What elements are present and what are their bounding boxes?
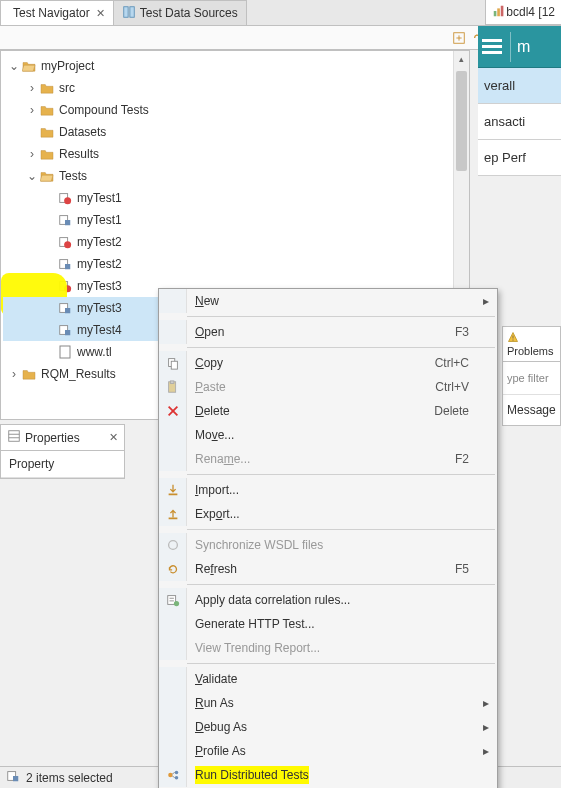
twisty-expanded-icon[interactable]: ⌄ bbox=[25, 169, 39, 183]
tree-item-label: www.tl bbox=[77, 345, 112, 359]
tree-item-label: RQM_Results bbox=[41, 367, 116, 381]
menu-open[interactable]: Open F3 bbox=[159, 320, 497, 344]
scroll-up-icon[interactable]: ▴ bbox=[454, 51, 469, 67]
submenu-arrow-icon: ▸ bbox=[475, 294, 489, 308]
close-icon[interactable]: ✕ bbox=[96, 7, 105, 20]
folder-icon bbox=[39, 80, 55, 96]
blank-icon bbox=[159, 667, 187, 691]
properties-icon bbox=[7, 429, 21, 446]
tab-label: Problems bbox=[507, 345, 553, 357]
submenu-arrow-icon: ▸ bbox=[475, 696, 489, 710]
menu-validate[interactable]: Validate bbox=[159, 667, 497, 691]
menu-run-as[interactable]: Run As ▸ bbox=[159, 691, 497, 715]
twisty-collapsed-icon[interactable]: › bbox=[7, 367, 21, 381]
status-text: 2 items selected bbox=[26, 771, 113, 785]
filter-text[interactable]: ype filter bbox=[503, 362, 560, 395]
scroll-thumb[interactable] bbox=[456, 71, 467, 171]
menu-generate-http[interactable]: Generate HTTP Test... bbox=[159, 612, 497, 636]
twisty-collapsed-icon[interactable]: › bbox=[25, 103, 39, 117]
menu-trending: View Trending Report... bbox=[159, 636, 497, 660]
tab-test-data-sources[interactable]: Test Data Sources bbox=[113, 0, 247, 25]
report-menu-bar[interactable]: m bbox=[478, 26, 561, 68]
menu-new[interactable]: New ▸ bbox=[159, 289, 497, 313]
menu-run-distributed[interactable]: Run Distributed Tests bbox=[159, 763, 497, 787]
tree-item-datasets[interactable]: › Datasets bbox=[3, 121, 467, 143]
blank-icon bbox=[159, 715, 187, 739]
test-suite-icon bbox=[57, 212, 73, 228]
blank-icon bbox=[159, 289, 187, 313]
menu-apply-rules[interactable]: Apply data correlation rules... bbox=[159, 588, 497, 612]
svg-rect-30 bbox=[65, 330, 70, 335]
shortcut: F5 bbox=[455, 562, 475, 576]
svg-point-49 bbox=[174, 776, 178, 780]
blank-icon bbox=[159, 447, 187, 471]
context-menu: New ▸ Open F3 Copy Ctrl+C Paste Ctrl+V D… bbox=[158, 288, 498, 788]
tree-item-test[interactable]: › myTest2 bbox=[3, 231, 467, 253]
svg-rect-5 bbox=[498, 8, 501, 16]
export-icon bbox=[159, 502, 187, 526]
menu-move[interactable]: Move... bbox=[159, 423, 497, 447]
refresh-icon bbox=[159, 557, 187, 581]
submenu-arrow-icon: ▸ bbox=[475, 720, 489, 734]
test-suite-icon bbox=[57, 322, 73, 338]
svg-rect-31 bbox=[60, 346, 70, 358]
blank-icon bbox=[159, 320, 187, 344]
test-recording-icon bbox=[57, 190, 73, 206]
report-tab-overall[interactable]: verall bbox=[478, 68, 561, 104]
menu-copy[interactable]: Copy Ctrl+C bbox=[159, 351, 497, 375]
menu-import[interactable]: Import... bbox=[159, 478, 497, 502]
blank-icon bbox=[159, 423, 187, 447]
tree-item-test[interactable]: › myTest1 bbox=[3, 187, 467, 209]
column-header[interactable]: Property bbox=[1, 451, 124, 478]
tab-label: bcdl4 [12 bbox=[506, 5, 555, 19]
svg-point-48 bbox=[174, 771, 178, 775]
tree-item-compound[interactable]: › Compound Tests bbox=[3, 99, 467, 121]
menu-debug-as[interactable]: Debug As ▸ bbox=[159, 715, 497, 739]
tree-item-test[interactable]: › myTest2 bbox=[3, 253, 467, 275]
tree-item-label: myTest2 bbox=[77, 235, 122, 249]
tab-test-navigator[interactable]: Test Navigator ✕ bbox=[0, 0, 114, 25]
hamburger-icon[interactable] bbox=[482, 35, 506, 59]
sync-icon bbox=[159, 533, 187, 557]
close-icon[interactable]: ✕ bbox=[109, 431, 118, 444]
svg-rect-40 bbox=[170, 381, 174, 384]
blank-icon bbox=[159, 636, 187, 660]
properties-view: Properties ✕ Property bbox=[0, 424, 125, 479]
folder-icon bbox=[39, 124, 55, 140]
rules-icon bbox=[159, 588, 187, 612]
svg-rect-44 bbox=[168, 518, 177, 520]
report-tab-perf[interactable]: ep Perf bbox=[478, 140, 561, 176]
selection-icon bbox=[6, 769, 20, 786]
menu-delete[interactable]: Delete Delete bbox=[159, 399, 497, 423]
svg-rect-6 bbox=[501, 5, 504, 16]
twisty-expanded-icon[interactable]: ⌄ bbox=[7, 59, 21, 73]
twisty-collapsed-icon[interactable]: › bbox=[25, 147, 39, 161]
tree-item-label: Tests bbox=[59, 169, 87, 183]
folder-open-icon bbox=[39, 168, 55, 184]
file-icon bbox=[57, 344, 73, 360]
tab-problems[interactable]: Problems bbox=[503, 327, 560, 362]
tree-item-project[interactable]: ⌄ myProject bbox=[3, 55, 467, 77]
tab-report[interactable]: bcdl4 [12 bbox=[485, 0, 561, 25]
column-header[interactable]: Message bbox=[503, 395, 560, 425]
twisty-collapsed-icon[interactable]: › bbox=[25, 81, 39, 95]
tree-item-tests[interactable]: ⌄ Tests bbox=[3, 165, 467, 187]
warning-icon bbox=[507, 333, 519, 345]
menu-profile-as[interactable]: Profile As ▸ bbox=[159, 739, 497, 763]
menu-rename: Rename... F2 bbox=[159, 447, 497, 471]
tab-label: Test Data Sources bbox=[140, 6, 238, 20]
tree-item-label: myTest1 bbox=[77, 191, 122, 205]
shortcut: Ctrl+V bbox=[435, 380, 475, 394]
tree-item-label: myTest3 bbox=[77, 301, 122, 315]
report-tab-transaction[interactable]: ansacti bbox=[478, 104, 561, 140]
problems-view: Problems ype filter Message bbox=[502, 326, 561, 426]
tab-label: Properties bbox=[25, 431, 80, 445]
tree-item-results[interactable]: › Results bbox=[3, 143, 467, 165]
toolbar-collapse-icon[interactable] bbox=[450, 29, 468, 47]
tree-item-test[interactable]: › myTest1 bbox=[3, 209, 467, 231]
svg-rect-28 bbox=[65, 308, 70, 313]
menu-refresh[interactable]: Refresh F5 bbox=[159, 557, 497, 581]
menu-export[interactable]: Export... bbox=[159, 502, 497, 526]
tree-item-src[interactable]: › src bbox=[3, 77, 467, 99]
tree-item-label: myProject bbox=[41, 59, 94, 73]
